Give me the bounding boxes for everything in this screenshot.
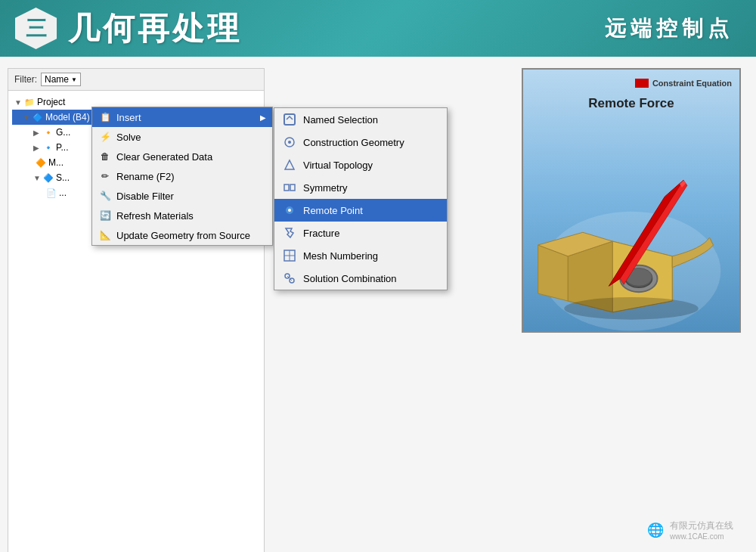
context-menu: 📋 Insert ▶ ⚡ Solve 🗑 Clear Generated Dat… <box>91 107 273 246</box>
refresh-icon: 🔄 <box>98 209 112 222</box>
svg-point-2 <box>288 141 291 144</box>
filter-label: Filter: <box>14 74 37 85</box>
expand-icon: ▼ <box>14 98 22 107</box>
left-panel: Filter: Name ▼ ▼ 📁 Project ▼ 🔷 Model (B4… <box>8 68 265 552</box>
filter-value: Name <box>45 74 69 85</box>
menu-item-rename[interactable]: ✏ Rename (F2) <box>92 166 272 186</box>
remote-point-label: Remote Point <box>303 205 363 216</box>
chevron-down-icon: ▼ <box>71 76 77 83</box>
geometry-icon: 🔸 <box>42 126 54 138</box>
parts-icon: 🔹 <box>42 141 54 154</box>
constraint-color-rect <box>635 79 649 88</box>
mesh-numbering-label: Mesh Numbering <box>303 250 378 262</box>
expand-icon: ▼ <box>33 174 41 182</box>
static-icon: 🔷 <box>42 172 54 184</box>
symmetry-icon <box>282 180 297 195</box>
menu-clear-label: Clear Generated Data <box>116 151 212 163</box>
submenu-remote-point[interactable]: Remote Point <box>274 199 447 222</box>
header-number: 三 <box>26 14 47 43</box>
menu-solve-label: Solve <box>116 132 141 143</box>
mesh-label: M... <box>48 157 64 168</box>
filter-dropdown[interactable]: Name ▼ <box>41 73 81 86</box>
watermark-text: 有限元仿真在线 <box>670 519 733 532</box>
solution-combination-icon <box>282 271 297 286</box>
fracture-icon <box>282 225 297 240</box>
watermark-logo: 🌐 <box>647 522 664 538</box>
construction-geometry-label: Construction Geometry <box>303 137 404 148</box>
watermark-url: www.1CAE.com <box>670 532 724 541</box>
submenu-fracture[interactable]: Fracture <box>274 222 447 244</box>
rename-icon: ✏ <box>98 169 112 183</box>
expand-icon: ▼ <box>23 113 30 122</box>
disable-filter-icon: 🔧 <box>98 189 112 203</box>
svg-point-26 <box>564 297 699 320</box>
remote-point-icon <box>282 203 297 218</box>
update-geom-icon: 📐 <box>98 228 112 242</box>
expand-icon: ▶ <box>33 144 41 152</box>
menu-item-insert[interactable]: 📋 Insert ▶ <box>92 107 272 127</box>
header: 三 几何再处理 远端控制点 <box>0 0 756 57</box>
model-icon: 🔷 <box>32 111 44 123</box>
header-hexagon: 三 <box>15 8 57 49</box>
menu-insert-label: Insert <box>116 112 141 123</box>
menu-item-disable-filter[interactable]: 🔧 Disable Filter <box>92 186 272 206</box>
svg-marker-3 <box>285 160 294 169</box>
symmetry-label: Symmetry <box>303 182 348 194</box>
mesh-icon: 🔶 <box>35 157 47 169</box>
menu-disable-filter-label: Disable Filter <box>116 191 174 202</box>
sub-label: ... <box>59 188 67 198</box>
insert-icon: 📋 <box>98 110 112 124</box>
construction-geometry-icon <box>282 135 297 150</box>
sub-icon: 📄 <box>45 187 57 199</box>
submenu-construction-geometry[interactable]: Construction Geometry <box>274 131 447 154</box>
svg-point-7 <box>288 209 291 212</box>
svg-rect-5 <box>290 185 295 191</box>
submenu-mesh-numbering[interactable]: Mesh Numbering <box>274 244 447 267</box>
expand-icon: ▶ <box>33 129 41 137</box>
menu-item-refresh[interactable]: 🔄 Refresh Materials <box>92 206 272 225</box>
project-label: Project <box>37 97 65 107</box>
solution-combination-label: Solution Combination <box>303 273 397 284</box>
named-selection-label: Named Selection <box>303 114 378 126</box>
menu-item-clear[interactable]: 🗑 Clear Generated Data <box>92 147 272 166</box>
right-panel: Constraint Equation Remote Force <box>522 68 741 333</box>
filter-bar: Filter: Name ▼ <box>8 69 264 91</box>
submenu-virtual-topology[interactable]: Virtual Topology <box>274 154 447 176</box>
constraint-text: Constraint Equation <box>652 79 732 88</box>
submenu-solution-combination[interactable]: Solution Combination <box>274 267 447 290</box>
solve-icon: ⚡ <box>98 130 112 144</box>
right-panel-content: Constraint Equation Remote Force <box>523 70 739 331</box>
mesh-numbering-icon <box>282 248 297 263</box>
header-subtitle: 远端控制点 <box>605 14 733 43</box>
static-label: S... <box>56 172 70 183</box>
named-selection-icon <box>282 112 297 127</box>
menu-item-solve[interactable]: ⚡ Solve <box>92 127 272 147</box>
virtual-topology-label: Virtual Topology <box>303 160 373 171</box>
submenu-named-selection[interactable]: Named Selection <box>274 108 447 131</box>
fracture-label: Fracture <box>303 228 339 239</box>
arrow-icon: ▶ <box>260 113 266 122</box>
menu-rename-label: Rename (F2) <box>116 171 175 182</box>
geometry-label: G... <box>56 127 70 138</box>
submenu: Named Selection Construction Geometry Vi… <box>274 107 448 290</box>
header-title: 几何再处理 <box>68 8 242 50</box>
constraint-label: Constraint Equation <box>635 79 732 88</box>
virtual-topology-icon <box>282 157 297 172</box>
model-label: Model (B4) <box>45 112 90 122</box>
svg-rect-4 <box>284 185 289 191</box>
remote-force-label: Remote Force <box>588 96 674 111</box>
menu-refresh-label: Refresh Materials <box>116 210 194 222</box>
3d-illustration <box>523 122 739 331</box>
parts-label: P... <box>56 142 68 153</box>
bottom-area: 🌐 有限元仿真在线 www.1CAE.com <box>647 519 733 541</box>
menu-item-update-geometry[interactable]: 📐 Update Geometry from Source <box>92 225 272 245</box>
menu-update-geom-label: Update Geometry from Source <box>116 230 250 241</box>
main-content: Filter: Name ▼ ▼ 📁 Project ▼ 🔷 Model (B4… <box>0 57 756 552</box>
clear-icon: 🗑 <box>98 150 112 163</box>
project-icon: 📁 <box>23 96 36 108</box>
submenu-symmetry[interactable]: Symmetry <box>274 176 447 199</box>
